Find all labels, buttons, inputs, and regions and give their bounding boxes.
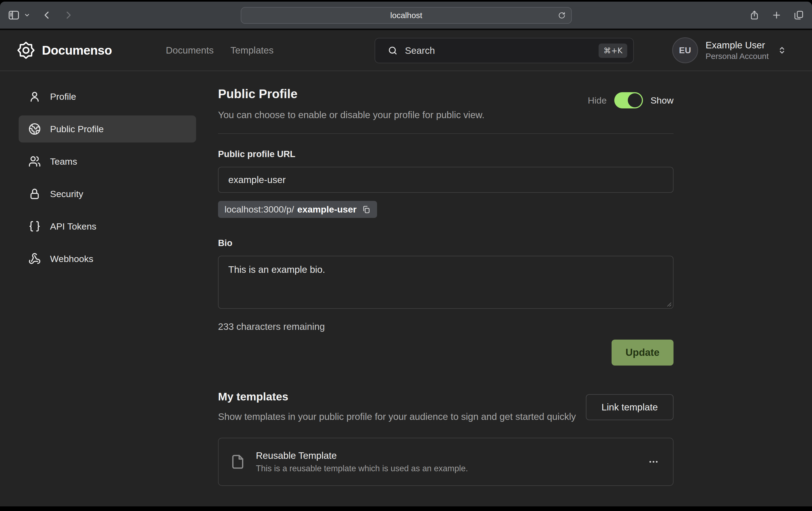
webhook-icon xyxy=(28,252,41,265)
app-header: Documenso Documents Templates Search ⌘+K… xyxy=(0,30,812,71)
ellipsis-menu-icon[interactable] xyxy=(645,453,662,471)
visibility-switch[interactable] xyxy=(614,92,643,109)
user-name: Example User xyxy=(706,39,769,51)
sidebar-panel-icon[interactable] xyxy=(7,9,20,21)
sidebar-item-public-profile[interactable]: Public Profile xyxy=(19,116,196,143)
profile-url-slug: example-user xyxy=(297,204,356,215)
toggle-show-label: Show xyxy=(650,95,673,106)
template-title: Reusable Template xyxy=(256,450,645,461)
address-bar[interactable]: localhost xyxy=(241,7,572,24)
avatar: EU xyxy=(672,37,698,63)
back-icon[interactable] xyxy=(42,10,52,20)
new-tab-icon[interactable] xyxy=(772,10,782,20)
sidebar-item-profile[interactable]: Profile xyxy=(19,83,196,110)
section-divider xyxy=(218,133,673,134)
user-icon xyxy=(28,90,41,103)
users-icon xyxy=(28,155,41,168)
main-nav: Documents Templates xyxy=(166,30,274,70)
toggle-hide-label: Hide xyxy=(588,95,607,106)
sidebar-item-security[interactable]: Security xyxy=(19,180,196,207)
app-window: Documenso Documents Templates Search ⌘+K… xyxy=(0,30,812,506)
link-template-button[interactable]: Link template xyxy=(586,394,673,420)
chevron-down-icon[interactable] xyxy=(24,12,30,19)
copy-icon[interactable] xyxy=(362,205,371,214)
url-field-label: Public profile URL xyxy=(218,149,673,159)
main-content: Public Profile You can choose to enable … xyxy=(218,71,673,486)
profile-url-copy-badge[interactable]: localhost:3000/p/example-user xyxy=(218,201,377,218)
characters-remaining: 233 characters remaining xyxy=(218,321,673,332)
bio-field-label: Bio xyxy=(218,238,673,248)
user-menu[interactable]: EU Example User Personal Account xyxy=(672,30,787,70)
nav-documents[interactable]: Documents xyxy=(166,45,214,56)
sidebar-item-api-tokens[interactable]: API Tokens xyxy=(19,213,196,240)
chevrons-up-down-icon xyxy=(777,45,787,55)
sidebar-item-teams[interactable]: Teams xyxy=(19,148,196,175)
my-templates-description: Show templates in your public profile fo… xyxy=(218,410,576,424)
template-list-item: Reusable Template This is a reusable tem… xyxy=(218,438,673,486)
file-icon xyxy=(229,453,246,470)
tabs-overview-icon[interactable] xyxy=(793,10,804,20)
browser-toolbar: localhost xyxy=(0,2,812,29)
search-shortcut-badge: ⌘+K xyxy=(599,43,627,58)
my-templates-heading: My templates xyxy=(218,390,576,403)
profile-visibility-toggle-row: Hide Show xyxy=(588,92,673,109)
sidebar-item-webhooks[interactable]: Webhooks xyxy=(19,245,196,272)
settings-sidebar: Profile Public Profile xyxy=(19,83,196,278)
public-profile-url-input[interactable] xyxy=(218,167,673,193)
search-icon xyxy=(387,46,398,56)
nav-templates[interactable]: Templates xyxy=(230,45,274,56)
reload-icon[interactable] xyxy=(558,11,566,20)
screen: localhost xyxy=(0,0,812,511)
template-description: This is a reusable template which is use… xyxy=(256,464,645,474)
page-description: You can choose to enable or disable your… xyxy=(218,109,673,121)
forward-icon[interactable] xyxy=(63,10,74,20)
switch-knob xyxy=(628,93,642,107)
documenso-logo-icon xyxy=(17,41,35,59)
braces-icon xyxy=(28,220,41,233)
share-icon[interactable] xyxy=(749,10,759,20)
bio-textarea[interactable]: This is an example bio. xyxy=(218,256,673,309)
globe-icon xyxy=(28,123,41,135)
my-templates-header: My templates Show templates in your publ… xyxy=(218,390,673,424)
user-account-type: Personal Account xyxy=(706,51,769,61)
lock-icon xyxy=(28,188,41,200)
address-url: localhost xyxy=(390,11,422,20)
profile-url-prefix: localhost:3000/p/ xyxy=(225,204,294,215)
brand-name: Documenso xyxy=(42,43,112,58)
resize-grip-icon[interactable] xyxy=(665,300,672,307)
search-bar[interactable]: Search ⌘+K xyxy=(375,38,634,63)
update-button[interactable]: Update xyxy=(612,339,673,365)
brand[interactable]: Documenso xyxy=(17,30,112,70)
search-placeholder: Search xyxy=(405,45,599,56)
